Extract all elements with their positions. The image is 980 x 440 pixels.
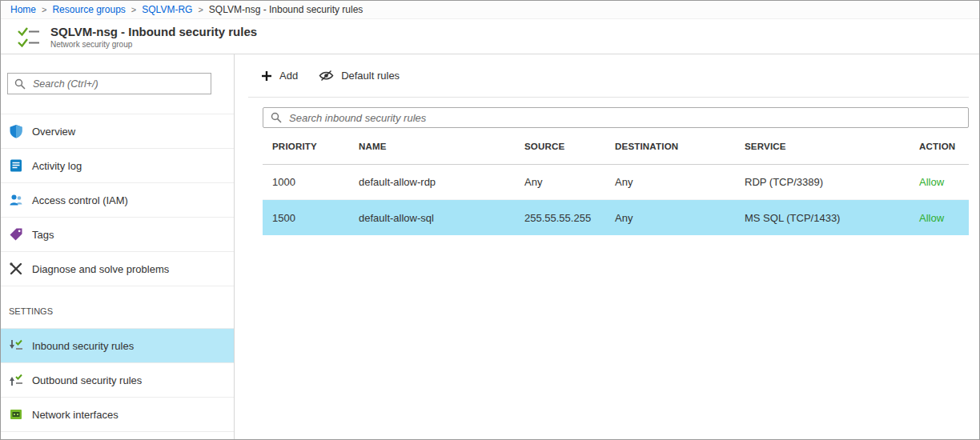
column-header-destination: DESTINATION (615, 142, 745, 151)
default-rules-button[interactable]: Default rules (319, 70, 400, 82)
access-control-icon (9, 193, 23, 207)
sidebar-item-label: Network interfaces (32, 409, 118, 421)
cell-source: 255.55.55.255 (524, 212, 615, 224)
sidebar: Overview Activity log (1, 54, 235, 439)
toolbar: Add Default rules (235, 54, 979, 97)
column-header-action: ACTION (919, 142, 969, 151)
page-subtitle: Network security group (50, 40, 257, 49)
page-title: SQLVM-nsg - Inbound security rules (50, 25, 257, 38)
cell-action: Allow (919, 176, 969, 188)
cell-source: Any (524, 176, 615, 188)
breadcrumb-home[interactable]: Home (10, 4, 36, 15)
cell-name: default-allow-sql (359, 212, 524, 224)
sidebar-item-label: Access control (IAM) (32, 194, 128, 206)
sidebar-item-label: Inbound security rules (32, 340, 134, 352)
sidebar-item-access-control[interactable]: Access control (IAM) (1, 183, 234, 218)
rules-search-box (263, 107, 969, 128)
diagnose-icon (9, 262, 23, 276)
azure-portal-window: Home > Resource groups > SQLVM-RG > SQLV… (0, 0, 980, 440)
sidebar-item-tags[interactable]: Tags (1, 218, 234, 252)
search-icon (14, 78, 26, 90)
overview-icon (9, 124, 23, 138)
page-title-block: SQLVM-nsg - Inbound security rules Netwo… (50, 25, 257, 49)
sidebar-item-overview[interactable]: Overview (1, 114, 234, 149)
sidebar-item-label: Outbound security rules (32, 374, 142, 386)
cell-priority: 1000 (272, 176, 359, 188)
page-header: SQLVM-nsg - Inbound security rules Netwo… (1, 19, 979, 54)
column-header-name: NAME (359, 142, 524, 151)
add-button[interactable]: Add (261, 70, 298, 82)
rules-table: PRIORITY NAME SOURCE DESTINATION SERVICE… (263, 128, 969, 235)
sidebar-item-activity-log[interactable]: Activity log (1, 149, 234, 183)
nsg-icon (17, 25, 41, 49)
breadcrumb: Home > Resource groups > SQLVM-RG > SQLV… (1, 1, 979, 19)
cell-name: default-allow-rdp (359, 176, 524, 188)
sidebar-item-label: Overview (32, 126, 75, 138)
search-icon (271, 112, 282, 123)
breadcrumb-resource-groups[interactable]: Resource groups (52, 4, 125, 15)
cell-destination: Any (615, 176, 745, 188)
breadcrumb-separator: > (198, 5, 203, 14)
table-header-row: PRIORITY NAME SOURCE DESTINATION SERVICE… (263, 128, 969, 165)
sidebar-nav: Overview Activity log (1, 114, 234, 286)
activity-log-icon (9, 158, 23, 173)
settings-section-header: SETTINGS (9, 306, 234, 316)
table-row-default-allow-rdp[interactable]: 1000 default-allow-rdp Any Any RDP (TCP/… (263, 165, 969, 200)
default-rules-button-label: Default rules (341, 70, 400, 82)
network-interfaces-icon (9, 407, 23, 422)
breadcrumb-separator: > (131, 5, 136, 14)
sidebar-search-box (7, 73, 211, 94)
cell-action: Allow (919, 212, 969, 224)
sidebar-item-label: Diagnose and solve problems (32, 263, 169, 275)
sidebar-item-network-interfaces[interactable]: Network interfaces (1, 398, 234, 432)
breadcrumb-current: SQLVM-nsg - Inbound security rules (209, 4, 363, 15)
cell-service: RDP (TCP/3389) (745, 176, 919, 188)
sidebar-item-label: Activity log (32, 160, 82, 172)
column-header-priority: PRIORITY (272, 142, 359, 151)
sidebar-item-diagnose[interactable]: Diagnose and solve problems (1, 252, 234, 286)
tag-icon (9, 227, 23, 242)
add-button-label: Add (279, 70, 298, 82)
outbound-rules-icon (9, 373, 23, 387)
toolbar-divider (248, 97, 969, 98)
breadcrumb-resource-group[interactable]: SQLVM-RG (142, 4, 192, 15)
sidebar-search-input[interactable] (31, 78, 204, 90)
column-header-source: SOURCE (524, 142, 615, 151)
sidebar-item-outbound-security-rules[interactable]: Outbound security rules (1, 363, 234, 398)
cell-service: MS SQL (TCP/1433) (745, 212, 919, 224)
main-panel: Add Default rules (235, 54, 979, 439)
sidebar-item-label: Tags (32, 229, 54, 241)
breadcrumb-separator: > (42, 5, 46, 14)
sidebar-item-inbound-security-rules[interactable]: Inbound security rules (1, 329, 234, 363)
eye-off-icon (319, 70, 334, 82)
plus-icon (261, 70, 272, 82)
inbound-rules-icon (9, 338, 23, 353)
cell-destination: Any (615, 212, 745, 224)
cell-priority: 1500 (272, 212, 359, 224)
column-header-service: SERVICE (745, 142, 919, 151)
table-row-default-allow-sql[interactable]: 1500 default-allow-sql 255.55.55.255 Any… (263, 200, 969, 235)
sidebar-settings-nav: Inbound security rules Outbound security… (1, 328, 234, 432)
rules-search-input[interactable] (287, 111, 961, 125)
